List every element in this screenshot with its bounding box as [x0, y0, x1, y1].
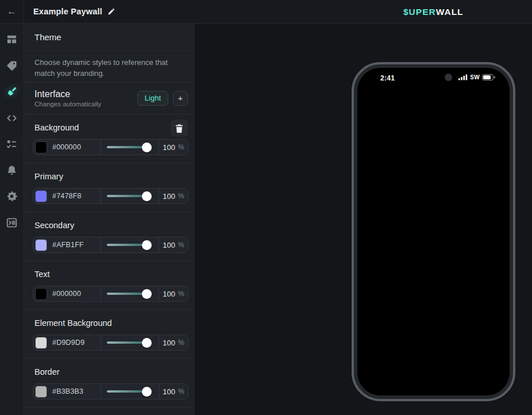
interface-mode-button[interactable]: Light — [137, 91, 168, 106]
color-swatch[interactable] — [35, 239, 47, 251]
opacity-slider[interactable] — [101, 140, 159, 155]
slider-thumb[interactable] — [142, 240, 152, 250]
opacity-field[interactable]: 100 % — [159, 286, 188, 301]
slider-thumb[interactable] — [142, 387, 152, 397]
panel-header: Theme — [24, 24, 195, 51]
opacity-value: 100 — [163, 387, 175, 396]
interface-section: Interface Changes automatically Light + — [24, 82, 195, 114]
color-row: #D9D9D9 100 % — [33, 335, 188, 351]
edit-title-icon[interactable] — [107, 7, 115, 16]
opacity-slider[interactable] — [101, 286, 159, 301]
code-icon — [6, 112, 18, 124]
color-row: #7478F8 100 % — [33, 188, 188, 204]
color-swatch[interactable] — [35, 190, 47, 202]
main-body: Theme Choose dynamic styles to reference… — [0, 24, 532, 415]
color-section-label: Primary — [34, 172, 63, 181]
sidebar-item-settings[interactable] — [0, 183, 24, 210]
sidebar-item-layout[interactable] — [0, 26, 24, 53]
opacity-field[interactable]: 100 % — [159, 335, 188, 350]
color-hex-value: #000000 — [52, 290, 81, 298]
slider-thumb[interactable] — [142, 143, 152, 152]
opacity-slider[interactable] — [101, 384, 159, 399]
opacity-slider[interactable] — [101, 335, 159, 350]
opacity-value: 100 — [163, 339, 175, 347]
slider-track — [107, 341, 147, 344]
color-hex-value: #000000 — [52, 143, 81, 151]
color-hex-value: #AFB1FF — [52, 241, 84, 249]
opacity-slider[interactable] — [101, 189, 159, 203]
color-hex-value: #B3B3B3 — [52, 387, 83, 395]
color-sections: Background #000000 100 % Primary — [24, 114, 195, 408]
delete-color-button[interactable] — [171, 120, 188, 137]
opacity-field[interactable]: 100 % — [159, 384, 188, 399]
hex-input[interactable]: #D9D9D9 — [33, 335, 101, 350]
back-arrow-icon: ← — [7, 6, 17, 17]
opacity-unit: % — [178, 192, 184, 200]
color-section: Text #000000 100 % — [24, 261, 195, 310]
hex-input[interactable]: #AFB1FF — [33, 237, 101, 252]
add-interface-button[interactable]: + — [173, 91, 188, 106]
bell-icon — [6, 164, 18, 176]
color-row: #000000 100 % — [33, 139, 188, 155]
opacity-unit: % — [178, 387, 184, 395]
sidebar-item-code[interactable] — [0, 105, 24, 132]
color-swatch[interactable] — [35, 141, 47, 153]
hex-input[interactable]: #000000 — [33, 286, 101, 301]
battery-icon — [482, 74, 495, 80]
color-section-label: Border — [34, 367, 60, 376]
color-section-label: Background — [34, 123, 79, 132]
gear-icon — [6, 190, 18, 202]
page-title: Example Paywall — [33, 7, 102, 16]
logo-white-part: WALL — [436, 7, 464, 17]
back-button[interactable]: ← — [0, 0, 24, 23]
sidebar-item-tags[interactable] — [0, 53, 24, 79]
opacity-value: 100 — [163, 290, 175, 298]
color-section: Element Background #D9D9D9 100 % — [24, 310, 195, 359]
hex-input[interactable]: #7478F8 — [33, 189, 101, 203]
status-right-icons: SW — [458, 74, 495, 80]
slider-track — [107, 195, 147, 197]
panel-overflow-stub — [24, 408, 195, 415]
slider-thumb[interactable] — [142, 191, 152, 201]
opacity-field[interactable]: 100 % — [159, 189, 188, 203]
trash-icon — [175, 124, 183, 133]
color-section-label: Secondary — [34, 221, 74, 230]
color-swatch[interactable] — [35, 337, 47, 349]
sidebar-item-rules[interactable] — [0, 131, 24, 157]
layout-icon — [6, 33, 18, 45]
phone-status-bar: 2:41 SW — [357, 72, 510, 85]
hex-input[interactable]: #B3B3B3 — [33, 384, 101, 399]
title-wrap: Example Paywall — [24, 7, 115, 16]
signal-strength-icon — [458, 74, 468, 80]
status-time: 2:41 — [380, 74, 395, 82]
color-hex-value: #D9D9D9 — [52, 339, 84, 347]
color-swatch[interactable] — [35, 288, 47, 300]
opacity-value: 100 — [163, 143, 175, 152]
color-swatch[interactable] — [35, 386, 47, 398]
slider-track — [107, 244, 147, 246]
color-row: #000000 100 % — [33, 286, 188, 302]
sidebar-item-theme[interactable] — [0, 79, 24, 105]
slider-thumb[interactable] — [142, 338, 152, 348]
slider-track — [107, 293, 147, 295]
hex-input[interactable]: #000000 — [33, 140, 101, 155]
sidebar-item-console[interactable] — [0, 210, 24, 236]
opacity-field[interactable]: 100 % — [159, 237, 188, 252]
phone-screen[interactable]: 2:41 SW — [357, 68, 510, 395]
color-row: #B3B3B3 100 % — [33, 383, 188, 399]
theme-panel: Theme Choose dynamic styles to reference… — [24, 24, 195, 415]
color-section: Secondary #AFB1FF 100 % — [24, 212, 195, 261]
sidebar-item-notifications[interactable] — [0, 157, 24, 184]
opacity-field[interactable]: 100 % — [159, 140, 188, 155]
panel-description: Choose dynamic styles to reference that … — [34, 57, 184, 79]
opacity-unit: % — [178, 241, 184, 249]
top-bar: ← Example Paywall $UPERWALL — [0, 0, 532, 24]
icon-rail — [0, 24, 24, 415]
color-section-label: Element Background — [34, 318, 112, 328]
opacity-slider[interactable] — [101, 237, 159, 252]
slider-track — [107, 146, 147, 148]
logo-teal-part: $UPER — [403, 7, 436, 17]
rules-checklist-icon — [6, 138, 18, 150]
slider-thumb[interactable] — [142, 289, 152, 299]
color-section: Background #000000 100 % — [24, 114, 195, 163]
